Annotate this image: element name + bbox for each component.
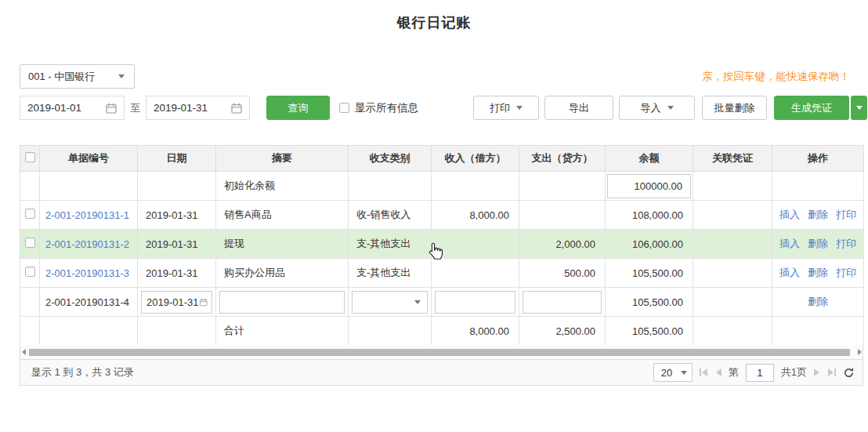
cell-voucher (693, 259, 772, 288)
new-row-income-input[interactable] (435, 291, 515, 314)
calendar-icon[interactable] (199, 296, 208, 308)
calendar-icon[interactable] (230, 102, 243, 114)
total-balance: 105,500.00 (606, 317, 693, 346)
refresh-icon (843, 367, 855, 379)
import-button[interactable]: 导入 (619, 96, 695, 120)
export-button-label: 导出 (569, 101, 589, 115)
insert-link[interactable]: 插入 (779, 267, 800, 278)
insert-link[interactable]: 插入 (779, 238, 800, 249)
save-hint-text: 亲，按回车键，能快速保存哟！ (702, 70, 850, 84)
doc-no-link[interactable]: 2-001-20190131-2 (45, 238, 129, 250)
date-to-input[interactable] (154, 102, 221, 114)
table-row[interactable]: 2-001-20190131-3 2019-01-31 购买办公用品 支-其他支… (20, 259, 864, 288)
table-header-row: 单据编号 日期 摘要 收支类别 收入（借方） 支出（贷方） 余额 关联凭证 操作 (20, 146, 864, 172)
next-page-icon (814, 368, 820, 376)
current-page-input[interactable] (746, 364, 774, 382)
col-header-date: 日期 (138, 146, 216, 172)
chevron-down-icon (414, 300, 421, 304)
cell-income (432, 259, 519, 288)
bank-account-value: 001 - 中国银行 (28, 70, 95, 84)
scroll-right-arrow-icon[interactable] (858, 349, 862, 355)
generate-voucher-dropdown-button[interactable] (851, 96, 867, 120)
delete-link[interactable]: 删除 (808, 296, 828, 307)
doc-no-link[interactable]: 2-001-20190131-1 (45, 209, 129, 221)
cell-balance: 108,000.00 (606, 201, 693, 230)
calendar-icon[interactable] (105, 102, 118, 114)
col-header-balance: 余额 (606, 146, 693, 172)
cell-summary: 销售A商品 (216, 201, 349, 230)
first-page-button[interactable] (700, 368, 708, 376)
scrollbar-thumb[interactable] (29, 349, 850, 356)
generate-voucher-button[interactable]: 生成凭证 (774, 96, 849, 120)
cell-income (432, 230, 519, 259)
cell-summary: 购买办公用品 (216, 259, 349, 288)
new-row-expense-input[interactable] (523, 291, 602, 314)
print-button[interactable]: 打印 (473, 96, 539, 120)
date-from-input[interactable] (27, 102, 95, 114)
last-page-icon (827, 368, 836, 376)
cell-expense: 500.00 (519, 259, 606, 288)
bank-account-select[interactable]: 001 - 中国银行 (20, 64, 135, 89)
chevron-down-icon (681, 371, 687, 375)
doc-no-link[interactable]: 2-001-20190131-3 (45, 267, 129, 279)
total-row: 合计 8,000.00 2,500.00 105,500.00 (20, 317, 864, 346)
cell-date: 2019-01-31 (138, 201, 216, 230)
print-link[interactable]: 打印 (836, 238, 856, 249)
chevron-down-icon (118, 74, 125, 78)
show-all-checkbox[interactable] (339, 103, 349, 113)
total-expense: 2,500.00 (519, 317, 606, 346)
select-all-checkbox[interactable] (25, 152, 35, 162)
insert-link[interactable]: 插入 (779, 209, 800, 220)
cell-expense: 2,000.00 (519, 230, 606, 259)
delete-link[interactable]: 删除 (808, 267, 828, 278)
first-page-icon (700, 368, 708, 376)
date-from-field[interactable] (20, 96, 125, 120)
prev-page-button[interactable] (715, 368, 722, 376)
delete-link[interactable]: 删除 (808, 209, 828, 220)
print-button-label: 打印 (490, 101, 510, 115)
chevron-down-icon (516, 106, 523, 110)
search-button[interactable]: 查询 (266, 96, 330, 120)
export-button[interactable]: 导出 (544, 96, 613, 120)
col-header-expense: 支出（贷方） (519, 146, 606, 172)
cell-expense (519, 201, 606, 230)
new-row-date-picker[interactable]: 2019-01-31 (141, 291, 212, 314)
select-all-header (20, 146, 40, 172)
new-row-balance: 105,500.00 (606, 288, 693, 317)
next-page-button[interactable] (814, 368, 820, 376)
row-checkbox[interactable] (25, 238, 35, 248)
print-link[interactable]: 打印 (836, 209, 856, 220)
page-prefix-label: 第 (729, 365, 739, 379)
col-header-doc-no: 单据编号 (40, 146, 138, 172)
page-title: 银行日记账 (0, 13, 868, 32)
col-header-income: 收入（借方） (432, 146, 519, 172)
scroll-left-arrow-icon[interactable] (22, 349, 26, 355)
prev-page-icon (715, 368, 722, 376)
refresh-button[interactable] (843, 367, 855, 379)
new-row-doc-no: 2-001-20190131-4 (40, 288, 138, 317)
init-balance-input[interactable] (607, 174, 691, 198)
date-range-to-label: 至 (130, 96, 140, 120)
print-link[interactable]: 打印 (836, 267, 856, 278)
batch-delete-button[interactable]: 批量删除 (702, 96, 767, 120)
table-row-highlighted[interactable]: 2-001-20190131-2 2019-01-31 提现 支-其他支出 2,… (20, 230, 864, 259)
init-balance-row: 初始化余额 (20, 172, 864, 201)
init-balance-label: 初始化余额 (216, 172, 349, 201)
row-checkbox[interactable] (25, 209, 35, 219)
total-label: 合计 (216, 317, 349, 346)
date-to-field[interactable] (146, 96, 250, 120)
new-entry-row[interactable]: 2-001-20190131-4 2019-01-31 105,500.00 (20, 288, 864, 317)
records-summary: 显示 1 到 3，共 3 记录 (31, 365, 134, 379)
delete-link[interactable]: 删除 (808, 238, 828, 249)
new-row-date-value: 2019-01-31 (146, 296, 199, 308)
new-row-summary-input[interactable] (219, 291, 345, 314)
horizontal-scrollbar (20, 345, 863, 359)
new-row-category-select[interactable] (352, 291, 428, 314)
total-income: 8,000.00 (432, 317, 519, 346)
cell-date: 2019-01-31 (138, 259, 216, 288)
last-page-button[interactable] (827, 368, 836, 376)
import-button-label: 导入 (641, 101, 661, 115)
page-size-select[interactable]: 20 (653, 363, 693, 382)
row-checkbox[interactable] (25, 267, 35, 277)
table-row[interactable]: 2-001-20190131-1 2019-01-31 销售A商品 收-销售收入… (20, 201, 864, 230)
